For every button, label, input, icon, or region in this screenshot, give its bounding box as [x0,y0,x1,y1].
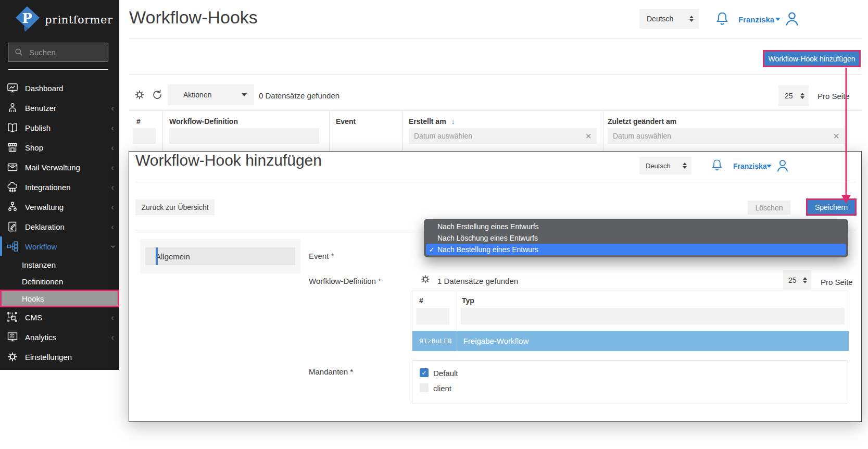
chevron-left-icon: ‹ [111,143,114,152]
sidebar-item-label: Integrationen [25,183,71,192]
modal-title: Workflow-Hook hinzufügen [135,152,322,169]
sidebar-item-publish[interactable]: Publish ‹ [0,118,119,138]
user-name[interactable]: Franziska [738,15,774,24]
per-page-label: Pro Seite [821,278,853,286]
dropdown-option[interactable]: Nach Löschung eines Entwurfs [424,232,848,244]
printformer-logo-icon: P [14,5,41,32]
refresh-icon[interactable] [151,89,163,101]
id-filter-input[interactable] [416,308,449,325]
tab-label: Allgemein [156,252,190,261]
modal-language-select[interactable]: Deutsch [639,157,691,174]
sidebar-divider [8,69,108,70]
sidebar-item-definitionen[interactable]: Definitionen [0,273,119,290]
sidebar-item-mail-verwaltung[interactable]: @ Mail Verwaltung ‹ [0,157,119,177]
add-workflow-hook-modal: Workflow-Hook hinzufügen Deutsch Franzis… [129,151,862,422]
language-value: Deutsch [646,162,671,170]
sidebar-item-benutzer[interactable]: Benutzer ‹ [0,98,119,118]
definition-type-cell: Freigabe-Workflow [463,336,529,345]
id-filter-input[interactable] [133,128,156,144]
updown-icon [689,16,694,22]
header-divider [129,39,862,39]
mandanten-group: ✓ Default client [412,360,848,404]
workflow-icon [6,240,19,253]
shop-icon [6,141,19,154]
section-divider [129,74,862,75]
sidebar-item-label: Definitionen [22,277,63,286]
tab-allgemein[interactable]: Allgemein [145,247,295,265]
user-avatar-icon[interactable] [775,157,790,174]
save-button[interactable]: Speichern [806,198,857,216]
sidebar-item-label: Verwaltung [25,203,64,211]
definition-id-cell: 91z0uLE8 [419,337,452,345]
column-header-created[interactable]: Erstellt am ↓ [409,117,455,126]
language-select[interactable]: Deutsch [639,9,699,29]
sidebar-item-dashboard[interactable]: Dashboard [0,78,119,98]
logo-text: printformer [45,14,113,26]
user-avatar-icon[interactable] [783,9,801,28]
search-input[interactable] [28,47,98,57]
document-pencil-icon [6,220,19,233]
column-header-definition[interactable]: Workflow-Definition [169,117,238,126]
column-header-label: Erstellt am [409,117,446,126]
sidebar-item-label: Workflow [25,242,57,251]
column-header-id[interactable]: # [136,117,141,126]
sidebar-item-integrationen[interactable]: Integrationen ‹ [0,177,119,197]
sidebar-item-verwaltung[interactable]: Verwaltung ‹ [0,197,119,217]
column-header-event[interactable]: Event [336,117,356,126]
table-settings-gear-icon[interactable] [133,89,146,101]
column-header-id[interactable]: # [419,296,423,305]
updown-icon [683,163,687,169]
selected-definition-row[interactable]: 91z0uLE8 Freigabe-Workflow [412,331,849,351]
actions-select[interactable]: Aktionen [168,84,254,105]
updown-icon [803,277,807,283]
sidebar-item-einstellungen[interactable]: Einstellungen [0,347,119,367]
sidebar-item-analytics[interactable]: Analytics ‹ [0,327,119,347]
checkbox-client[interactable] [420,383,429,392]
clear-icon[interactable]: × [585,131,592,141]
page-size-select[interactable]: 25 [778,85,809,106]
bell-icon[interactable] [710,158,724,172]
sort-descending-icon[interactable]: ↓ [451,117,455,126]
option-label: Nach Bestellung eines Entwurs [437,245,538,254]
mandanten-field-label: Mandanten * [309,367,353,376]
sidebar-item-cms[interactable]: CMS ‹ [0,307,119,327]
definition-filter-input[interactable] [169,128,319,144]
created-date-filter[interactable]: Datum auswählen × [409,128,597,144]
dropdown-option[interactable]: Nach Erstellung eines Entwurfs [424,221,848,232]
search-icon [14,47,24,57]
page-size-value: 25 [788,276,797,284]
sidebar-item-instanzen[interactable]: Instanzen [0,256,119,273]
table-settings-gear-icon[interactable] [420,273,431,285]
dashboard-icon [6,82,19,94]
caret-down-icon[interactable] [775,18,781,21]
sidebar-nav: Dashboard Benutzer ‹ Publish ‹ Shop ‹ @ … [0,78,119,367]
column-header-modified[interactable]: Zuletzt geändert am [608,117,676,126]
page-size-select[interactable]: 25 [783,270,811,290]
sidebar-item-deklaration[interactable]: Deklaration ‹ [0,217,119,236]
sidebar-item-shop[interactable]: Shop ‹ [0,138,119,157]
back-to-overview-button[interactable]: Zurück zur Übersicht [135,199,215,215]
column-header-type[interactable]: Typ [462,296,474,305]
bell-icon[interactable] [714,10,730,27]
sidebar-item-hooks[interactable]: Hooks [0,290,119,307]
sidebar-search[interactable] [8,43,108,61]
caret-down-icon[interactable] [766,165,772,168]
clear-icon[interactable]: × [833,131,839,141]
column-divider [402,111,402,152]
checkbox-default[interactable]: ✓ [420,368,429,377]
dropdown-option-selected[interactable]: ✓ Nach Bestellung eines Entwurs [426,244,846,255]
gear-icon [6,351,19,363]
analytics-icon [6,331,19,343]
type-filter-input[interactable] [461,308,845,325]
page-title: Workflow-Hooks [129,7,258,28]
column-divider [603,111,603,152]
cms-icon [6,311,19,323]
book-icon [6,121,19,134]
delete-button[interactable]: Löschen [748,201,790,215]
sidebar-item-workflow[interactable]: Workflow ‹ [0,236,119,256]
add-workflow-hook-button[interactable]: Workflow-Hook hinzufügen [763,50,861,67]
sidebar-item-label: Deklaration [25,222,65,231]
date-placeholder: Datum auswählen [414,132,472,140]
modified-date-filter[interactable]: Datum auswählen × [608,128,845,144]
user-name[interactable]: Franziska [733,162,767,170]
